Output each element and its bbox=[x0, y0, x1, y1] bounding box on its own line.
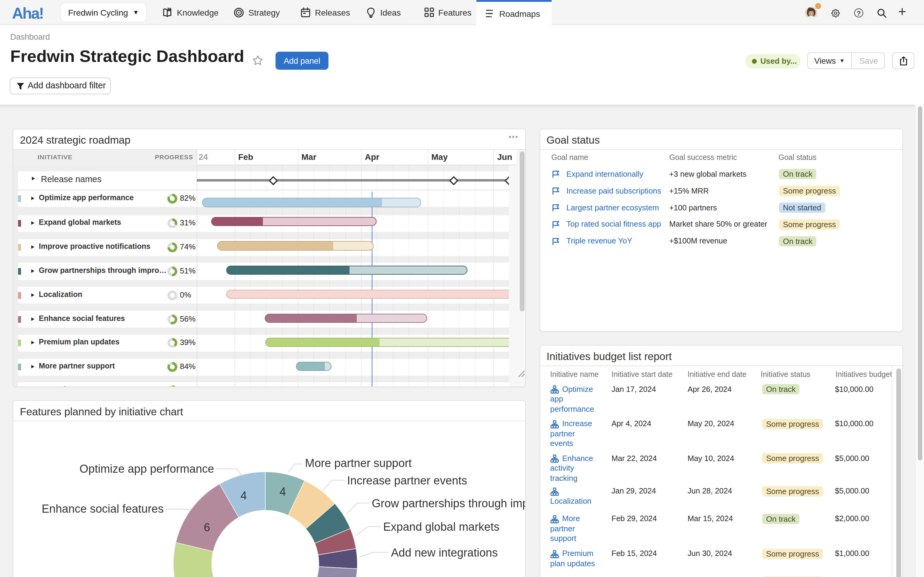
svg-text:4: 4 bbox=[279, 485, 286, 498]
svg-text:6: 6 bbox=[204, 521, 210, 534]
svg-text:More partner support: More partner support bbox=[305, 457, 412, 469]
svg-text:Add new integrations: Add new integrations bbox=[391, 546, 498, 559]
svg-text:Grow partnerships through impr: Grow partnerships through improv bbox=[372, 497, 526, 510]
svg-text:Enhance social features: Enhance social features bbox=[42, 503, 164, 515]
svg-text:Optimize app performance: Optimize app performance bbox=[79, 463, 214, 475]
svg-text:Increase partner events: Increase partner events bbox=[347, 474, 467, 487]
svg-text:Expand global markets: Expand global markets bbox=[383, 521, 499, 533]
svg-text:4: 4 bbox=[240, 489, 247, 502]
